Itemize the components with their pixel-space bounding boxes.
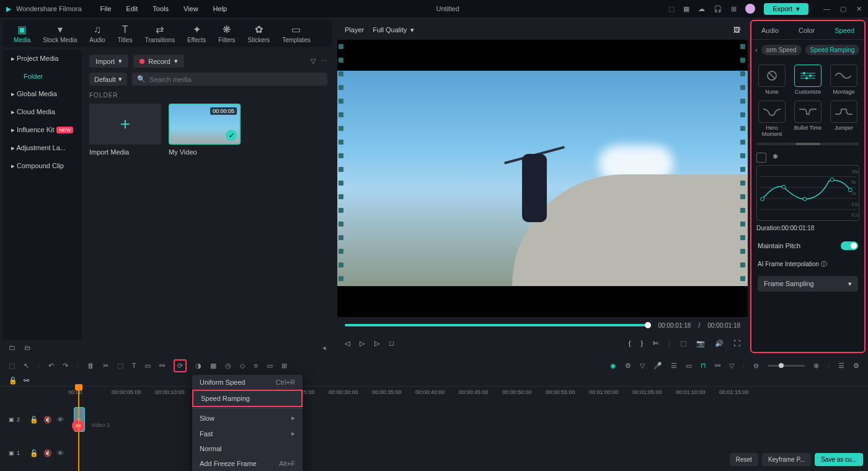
- player-select[interactable]: Player: [345, 26, 364, 34]
- menu-file[interactable]: File: [100, 5, 112, 12]
- search-input[interactable]: 🔍: [132, 73, 327, 86]
- tab-media[interactable]: ▣Media: [7, 22, 37, 45]
- minimize-icon[interactable]: —: [823, 5, 830, 13]
- quality-select[interactable]: Full Quality ▾: [373, 26, 414, 34]
- play-icon[interactable]: ▷: [374, 339, 379, 348]
- mask-icon[interactable]: ▭: [267, 362, 273, 370]
- timeline-link-icon[interactable]: ⚯: [24, 377, 29, 385]
- timeline-lock-icon[interactable]: 🔓: [9, 377, 17, 385]
- ctx-slow[interactable]: Slow▸: [192, 410, 303, 426]
- menu-help[interactable]: Help: [213, 5, 228, 12]
- menu-edit[interactable]: Edit: [126, 5, 138, 12]
- apps-icon[interactable]: ⊞: [731, 5, 737, 13]
- list-view-icon[interactable]: ☰: [838, 362, 844, 370]
- preset-hero-moment[interactable]: Hero Moment: [756, 101, 787, 138]
- cloud-icon[interactable]: ☁: [698, 5, 705, 13]
- media-clip-my-video[interactable]: 00:00:05 ✓ My Video: [169, 104, 241, 156]
- tab-color-panel[interactable]: Color: [794, 27, 820, 34]
- tab-speed-panel[interactable]: Speed: [830, 27, 859, 34]
- tab-filters[interactable]: ❋Filters: [212, 22, 241, 45]
- ruler[interactable]: 00:0000:00:05:0000:00:10:0000:00:15:0000…: [68, 387, 800, 401]
- subtab-uniform-speed[interactable]: orm Speed: [761, 45, 802, 55]
- export-button[interactable]: Export ▾: [764, 3, 808, 15]
- undo-icon[interactable]: ↶: [48, 362, 54, 370]
- ctx-normal[interactable]: Normal: [192, 441, 303, 456]
- progress-bar[interactable]: [345, 324, 651, 326]
- track-visibility-icon[interactable]: 👁: [57, 449, 64, 457]
- track-video-2[interactable]: ▣2 🔓 🔇 👁 ▶ Video 2: [9, 405, 868, 434]
- marker-icon[interactable]: ▽: [640, 362, 645, 370]
- mic-icon[interactable]: 🎤: [653, 362, 662, 370]
- clock-icon[interactable]: ◷: [225, 362, 231, 370]
- user-avatar[interactable]: [745, 4, 755, 14]
- select-icon[interactable]: ↖: [24, 362, 29, 370]
- cut-icon[interactable]: ✂: [103, 362, 108, 370]
- collapse-panel-icon[interactable]: ◂: [322, 344, 326, 352]
- subtab-speed-ramping[interactable]: Speed Ramping: [805, 45, 860, 55]
- display-icon[interactable]: ⬚: [680, 339, 686, 348]
- magnet-icon[interactable]: ⊓: [701, 362, 706, 370]
- mixer-icon[interactable]: ☰: [671, 362, 677, 370]
- keyframe-add-icon[interactable]: [756, 153, 766, 163]
- track-mute-icon[interactable]: 🔇: [43, 449, 52, 457]
- freeze-icon[interactable]: ❄: [773, 153, 778, 163]
- menu-tools[interactable]: Tools: [153, 5, 169, 12]
- ctx-uniform-speed[interactable]: Uniform SpeedCtrl+R: [192, 375, 303, 390]
- ctx-fast[interactable]: Fast▸: [192, 426, 303, 441]
- panel-back-icon[interactable]: ‹: [739, 25, 742, 32]
- record-button[interactable]: Record ▾: [133, 55, 184, 68]
- group-icon[interactable]: ⊞: [281, 362, 287, 370]
- frame-icon[interactable]: ▭: [144, 362, 151, 370]
- track-lock-icon[interactable]: 🔓: [30, 449, 38, 457]
- sidebar-item-compound-clip[interactable]: ▸ Compound Clip: [2, 157, 82, 175]
- preset-jumper[interactable]: Jumper: [828, 101, 859, 138]
- speed-ramp-graph[interactable]: 10x 5x 1x 0.5x 0.1x: [756, 165, 859, 221]
- tab-effects[interactable]: ✦Effects: [181, 22, 212, 45]
- keyframe-panel-button[interactable]: Keyframe P...: [762, 453, 811, 466]
- prev-frame-icon[interactable]: ◁: [345, 339, 350, 348]
- keyframe-icon[interactable]: ◇: [240, 362, 245, 370]
- save-custom-button[interactable]: Save as cu...: [815, 453, 863, 466]
- tab-transitions[interactable]: ⇄Transitions: [138, 22, 181, 45]
- preset-bullet-time[interactable]: Bullet Time: [792, 101, 823, 138]
- info-icon[interactable]: ⓘ: [821, 261, 827, 267]
- zoom-out-icon[interactable]: ⊖: [753, 362, 759, 370]
- import-button[interactable]: Import ▾: [89, 55, 128, 68]
- close-icon[interactable]: ✕: [856, 5, 862, 13]
- scissors-icon[interactable]: ✄: [653, 339, 658, 348]
- maintain-pitch-toggle[interactable]: [841, 241, 858, 250]
- preset-none[interactable]: None: [756, 65, 787, 96]
- preset-montage[interactable]: Montage: [828, 65, 859, 96]
- search-field[interactable]: [149, 76, 322, 83]
- tab-templates[interactable]: ▭Templates: [276, 22, 317, 45]
- track-lock-icon[interactable]: 🔓: [30, 416, 38, 424]
- delete-icon[interactable]: 🗑: [87, 362, 94, 369]
- zoom-slider[interactable]: [768, 365, 805, 367]
- tab-stickers[interactable]: ✿Stickers: [242, 22, 277, 45]
- sidebar-item-adjustment-layer[interactable]: ▸ Adjustment La...: [2, 139, 82, 157]
- redo-icon[interactable]: ↷: [63, 362, 68, 370]
- crop-icon[interactable]: ⬚: [117, 362, 123, 370]
- headphone-icon[interactable]: 🎧: [714, 5, 722, 13]
- bracket-open-icon[interactable]: {: [629, 339, 631, 347]
- tab-audio[interactable]: ♫Audio: [83, 23, 112, 45]
- volume-icon[interactable]: 🔊: [715, 339, 724, 348]
- tab-stock-media[interactable]: ▾Stock Media: [37, 22, 83, 45]
- play-pause-icon[interactable]: ▷: [360, 339, 365, 348]
- effects-tl-icon[interactable]: ▦: [210, 362, 216, 370]
- link-icon[interactable]: ⚯: [159, 362, 165, 370]
- bracket-close-icon[interactable]: }: [640, 339, 643, 347]
- gear-icon[interactable]: ⚙: [625, 362, 631, 370]
- menu-view[interactable]: View: [184, 5, 198, 12]
- preset-scrollbar[interactable]: [756, 143, 859, 145]
- snapshot-icon[interactable]: 📷: [696, 339, 705, 348]
- text-icon[interactable]: T: [132, 362, 136, 369]
- folder-icon[interactable]: 🗁: [24, 344, 31, 352]
- render-icon[interactable]: ▭: [686, 362, 692, 370]
- zoom-in-icon[interactable]: ⊕: [813, 362, 819, 370]
- sidebar-item-influence-kit[interactable]: ▸ Influence KitNEW: [2, 121, 82, 139]
- ctx-add-freeze-frame[interactable]: Add Freeze FrameAlt+F: [192, 456, 303, 471]
- tab-titles[interactable]: TTitles: [112, 23, 139, 45]
- sidebar-item-cloud-media[interactable]: ▸ Cloud Media: [2, 103, 82, 121]
- new-folder-icon[interactable]: 🗀: [9, 344, 16, 352]
